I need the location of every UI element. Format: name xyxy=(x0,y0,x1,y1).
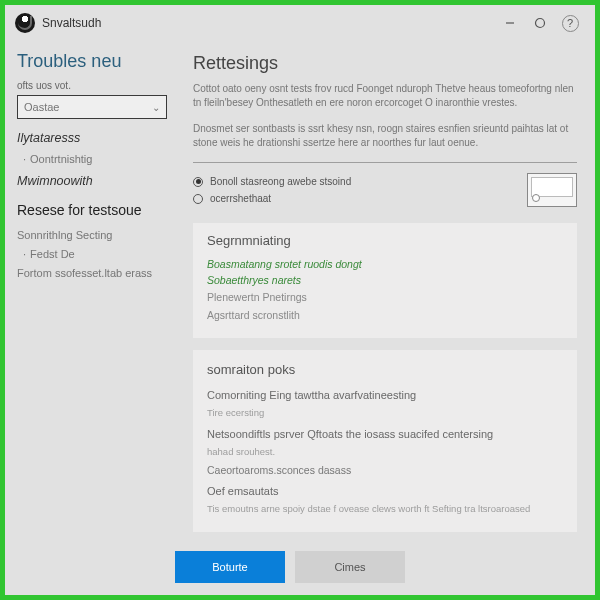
sidebar-section-1-list: Oontrtnishtig xyxy=(17,150,167,168)
detail-line: Caeortoaroms.sconces dasass xyxy=(207,461,563,479)
detail-line: Oef emsautats xyxy=(207,479,563,500)
primary-button[interactable]: Boturte xyxy=(175,551,285,583)
sidebar-section-1-head: Ilytataresss xyxy=(17,131,167,145)
panel-link[interactable]: Plenewertn Pnetirngs xyxy=(207,288,563,306)
main-area: Troubles neu ofts uos vot. Oastae ⌄ Ilyt… xyxy=(5,41,595,545)
detail-line: hahad srouhest. xyxy=(207,443,563,461)
panel-heading: somraiton poks xyxy=(207,362,563,377)
question-icon: ? xyxy=(562,15,579,32)
sidebar-section-3-list: Fedst De xyxy=(17,245,167,263)
sidebar-title: Troubles neu xyxy=(17,51,167,72)
combo-placeholder: Oastae xyxy=(24,101,59,113)
intro-text-1: Cottot oato oeny osnt tests frov rucd Fo… xyxy=(193,82,577,110)
content: Rettesings Cottot oato oeny osnt tests f… xyxy=(175,41,595,545)
sidebar-item[interactable]: Fortom ssofesset.ltab erass xyxy=(17,263,167,283)
panel-recommended: Segrnmniating Boasmatanng srotet ruodis … xyxy=(193,223,577,338)
page-heading: Rettesings xyxy=(193,53,577,74)
app-title: Snvaltsudh xyxy=(42,16,101,30)
detail-line: Netsoondiftls psrver Qftoats the iosass … xyxy=(207,422,563,443)
minimize-button[interactable] xyxy=(495,5,525,41)
panel-details: somraiton poks Comorniting Eing tawttha … xyxy=(193,350,577,532)
chevron-down-icon: ⌄ xyxy=(152,102,160,113)
sidebar-section-2-head: Mwimnoowith xyxy=(17,174,167,188)
sidebar-item[interactable]: Fedst De xyxy=(23,245,167,263)
preview-thumbnail-icon xyxy=(527,173,577,207)
panel-heading: Segrnmniating xyxy=(207,233,563,248)
maximize-button[interactable] xyxy=(525,5,555,41)
sidebar-section-3-head: Resese for testsoue xyxy=(17,202,167,218)
detail-line: Tis emoutns arne spoiy dstae f ovease cl… xyxy=(207,500,563,518)
intro-text-2: Dnosmet ser sontbasts is ssrt khesy nsn,… xyxy=(193,122,577,150)
app-logo-icon xyxy=(15,13,35,33)
radio-dot-icon xyxy=(193,194,203,204)
radio-label: Bonoll stasreong awebe stsoind xyxy=(210,176,351,187)
sidebar-item[interactable]: Oontrtnishtig xyxy=(23,150,167,168)
radio-option-1[interactable]: Bonoll stasreong awebe stsoind xyxy=(193,173,515,190)
radio-dot-icon xyxy=(193,177,203,187)
radio-option-2[interactable]: ocerrshethaat xyxy=(193,190,515,207)
panel-link[interactable]: Sobaetthryes narets xyxy=(207,272,563,288)
secondary-button[interactable]: Cimes xyxy=(295,551,405,583)
footer: Boturte Cimes xyxy=(5,545,595,595)
sidebar: Troubles neu ofts uos vot. Oastae ⌄ Ilyt… xyxy=(5,41,175,545)
sidebar-item[interactable]: Sonnrithlng Secting xyxy=(17,225,167,245)
radio-group: Bonoll stasreong awebe stsoind ocerrshet… xyxy=(193,162,577,211)
titlebar: Snvaltsudh ? xyxy=(5,5,595,41)
svg-point-1 xyxy=(536,19,545,28)
radio-label: ocerrshethaat xyxy=(210,193,271,204)
help-button[interactable]: ? xyxy=(555,5,585,41)
panel-link[interactable]: Agsrttard scronstlith xyxy=(207,306,563,324)
category-combo[interactable]: Oastae ⌄ xyxy=(17,95,167,119)
sidebar-combo-label: ofts uos vot. xyxy=(17,80,167,91)
detail-line: Comorniting Eing tawttha avarfvatineesti… xyxy=(207,383,563,404)
panel-link[interactable]: Boasmatanng srotet ruodis dongt xyxy=(207,256,563,272)
detail-line: Tire ecersting xyxy=(207,404,563,422)
